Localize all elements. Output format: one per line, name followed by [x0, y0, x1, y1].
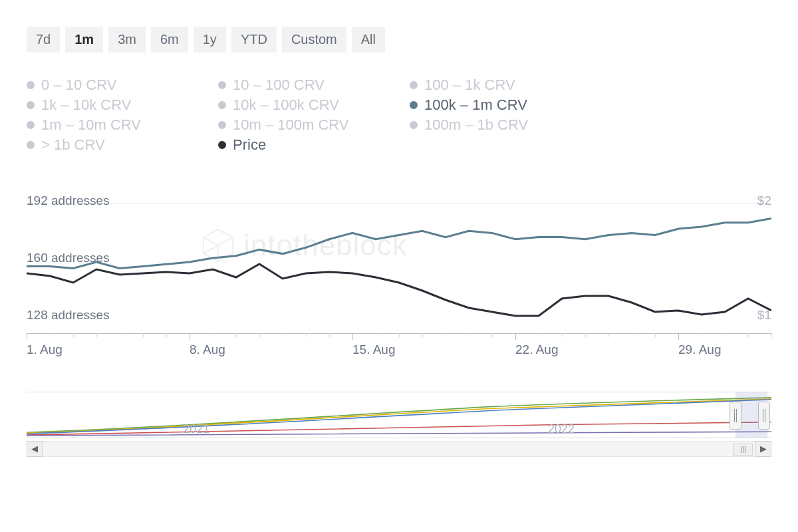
series-legend: 0 – 10 CRV10 – 100 CRV100 – 1k CRV1k – 1…: [27, 76, 771, 154]
legend-item[interactable]: > 1b CRV: [27, 136, 206, 154]
navigator-plot[interactable]: 2021 2022: [27, 392, 771, 438]
chart-plot: [27, 194, 771, 327]
legend-dot-icon: [410, 101, 418, 109]
main-chart: 192 addresses $2 160 addresses 128 addre…: [27, 194, 771, 366]
range-ytd-button[interactable]: YTD: [231, 27, 277, 53]
scroll-thumb[interactable]: [733, 444, 753, 456]
legend-dot-icon: [27, 121, 35, 129]
scroll-track[interactable]: [43, 441, 755, 457]
x-tick-label: 29. Aug: [678, 342, 721, 357]
legend-item[interactable]: 100k – 1m CRV: [410, 96, 589, 114]
legend-label: 100k – 1m CRV: [424, 96, 527, 114]
legend-item[interactable]: 100m – 1b CRV: [410, 116, 589, 134]
range-all-button[interactable]: All: [352, 27, 385, 53]
legend-item[interactable]: 1m – 10m CRV: [27, 116, 206, 134]
legend-item[interactable]: 10m – 100m CRV: [218, 116, 398, 134]
legend-label: 1k – 10k CRV: [41, 96, 131, 114]
series-line: [27, 264, 771, 316]
legend-dot-icon: [410, 81, 418, 89]
legend-dot-icon: [218, 121, 226, 129]
legend-label: 100m – 1b CRV: [424, 116, 528, 134]
legend-label: 0 – 10 CRV: [41, 76, 116, 94]
range-3m-button[interactable]: 3m: [108, 27, 146, 53]
legend-dot-icon: [27, 81, 35, 89]
navigator-handle-right[interactable]: [758, 402, 770, 430]
legend-label: 10 – 100 CRV: [233, 76, 325, 94]
time-navigator: 2021 2022 ◀ ▶: [27, 392, 771, 457]
legend-dot-icon: [410, 121, 418, 129]
x-tick-label: 8. Aug: [190, 342, 225, 357]
legend-label: 10k – 100k CRV: [233, 96, 339, 114]
scroll-left-button[interactable]: ◀: [27, 441, 43, 457]
legend-item[interactable]: 10 – 100 CRV: [218, 76, 398, 94]
navigator-lines: [27, 392, 771, 438]
legend-label: > 1b CRV: [41, 136, 105, 154]
legend-label: 1m – 10m CRV: [41, 116, 141, 134]
navigator-handle-left[interactable]: [730, 402, 741, 430]
legend-dot-icon: [218, 101, 226, 109]
legend-item[interactable]: Price: [218, 136, 398, 154]
x-tick-label: 1. Aug: [27, 342, 63, 357]
legend-item[interactable]: 1k – 10k CRV: [27, 96, 206, 114]
x-axis: 1. Aug8. Aug15. Aug22. Aug29. Aug: [27, 333, 771, 360]
range-1y-button[interactable]: 1y: [194, 27, 226, 53]
navigator-year-label: 2022: [548, 422, 575, 436]
range-7d-button[interactable]: 7d: [27, 27, 60, 53]
navigator-scrollbar: ◀ ▶: [27, 441, 771, 457]
legend-dot-icon: [27, 101, 35, 109]
range-custom-button[interactable]: Custom: [282, 27, 346, 53]
range-1m-button[interactable]: 1m: [65, 27, 103, 53]
legend-item[interactable]: 10k – 100k CRV: [218, 96, 398, 114]
navigator-year-label: 2021: [183, 422, 209, 436]
legend-label: Price: [233, 136, 266, 154]
legend-dot-icon: [218, 81, 226, 89]
x-tick-label: 15. Aug: [352, 342, 395, 357]
series-line: [27, 219, 771, 269]
legend-item[interactable]: 100 – 1k CRV: [410, 76, 589, 94]
legend-label: 10m – 100m CRV: [233, 116, 348, 134]
x-tick-label: 22. Aug: [515, 342, 558, 357]
legend-label: 100 – 1k CRV: [424, 76, 515, 94]
legend-item[interactable]: 0 – 10 CRV: [27, 76, 206, 94]
legend-dot-icon: [27, 141, 35, 149]
legend-dot-icon: [218, 141, 226, 149]
range-6m-button[interactable]: 6m: [151, 27, 188, 53]
scroll-right-button[interactable]: ▶: [755, 441, 771, 457]
time-range-selector: 7d1m3m6m1yYTDCustomAll: [27, 27, 771, 53]
